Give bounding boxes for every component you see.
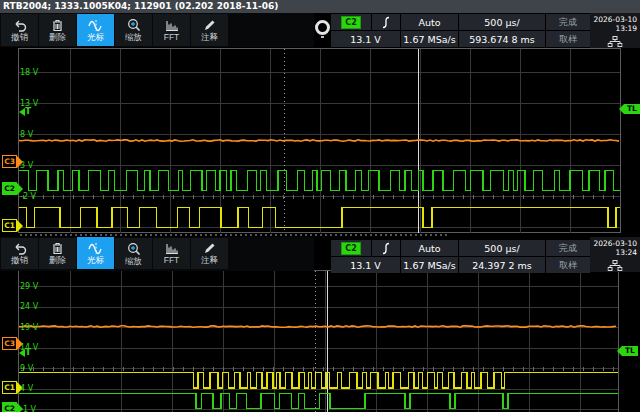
button-label: 注释 [201,256,218,265]
horizontal-position-cell[interactable]: 593.674 8 ms [459,31,545,47]
button-label: 撤销 [11,256,28,265]
datetime-panel: 2026-03-10 13:19 [590,13,640,48]
button-label: 注释 [201,33,218,42]
voltage-label: 13 V [20,100,38,108]
network-icon [608,260,623,271]
cursor-button[interactable]: 光标 [77,14,114,46]
knob-icon[interactable] [315,20,330,35]
button-label: 撤销 [11,33,28,42]
undo-button[interactable]: 撤销 [1,14,38,46]
trigger-level-tag[interactable]: TL [622,346,638,356]
voltage-label: 14 V [20,344,38,352]
trigger-level-cell[interactable]: 13.1 V [331,31,400,47]
voltage-label: 8 V [20,131,33,139]
fft-spectrum-icon [165,242,179,255]
pencil-icon [203,19,216,32]
voltage-label: 19 V [20,324,38,332]
trigger-level-cell[interactable]: 13.1 V [331,257,400,273]
trigger-mode-cell[interactable]: Auto [401,14,458,30]
button-label: 光标 [87,256,104,265]
horizontal-position-cell[interactable]: 24.397 2 ms [459,257,545,273]
delete-button[interactable]: 删除 [39,14,76,46]
channel-tag-c2[interactable]: C2 [2,402,17,412]
zoom-plus-icon [127,18,141,32]
channel-tag-label: C1 [4,220,15,231]
voltage-label: -1 V [20,406,36,412]
trigger-slope-cell[interactable] [372,14,400,30]
channel-tag-label: C3 [4,156,15,167]
scope2-graticule [19,271,619,412]
sample-rate-cell: 1.67 MSa/s [401,31,458,47]
trigger-slope-cell[interactable] [372,240,400,256]
undo-icon [13,19,27,32]
sample-rate-cell: 1.67 MSa/s [401,257,458,273]
trigger-level-marker[interactable]: T [19,107,31,116]
channel-tag-c1[interactable]: C1 [2,381,17,394]
waveform-canvas [0,0,640,412]
trigger-source-cell[interactable]: C2 [331,240,371,256]
cursor-waveform-icon [88,19,104,32]
channel-tag-c3[interactable]: C3 [2,155,17,168]
acq-status-cell: 完成 [546,14,590,30]
date-label: 2026-03-10 [590,15,637,24]
channel-tag-label: C1 [4,382,15,393]
cursor-button[interactable]: 光标 [77,237,114,269]
voltage-label: 29 V [20,283,38,291]
button-label: 缩放 [125,33,142,42]
time-label: 13:19 [590,24,637,33]
voltage-label: 24 V [20,303,38,311]
window-title: RTB2004; 1333.1005K04; 112901 (02.202 20… [3,1,278,11]
screen: RTB2004; 1333.1005K04; 112901 (02.202 20… [0,0,640,412]
trigger-mode-cell[interactable]: Auto [401,240,458,256]
fft-button[interactable]: FFT [153,238,190,269]
channel-tag-label: C2 [4,183,15,194]
button-label: 删除 [49,33,66,42]
timebase-cell[interactable]: 500 μs/ [459,14,545,30]
undo-icon [13,242,27,255]
trigger-info-panel: C2 Auto 500 μs/ 完成 13.1 V 1.67 MSa/s 593… [331,14,590,47]
title-bar: RTB2004; 1333.1005K04; 112901 (02.202 20… [0,0,640,13]
trigger-info-panel: C2 Auto 500 μs/ 完成 13.1 V 1.67 MSa/s 24.… [331,240,590,273]
button-label: FFT [164,33,180,42]
voltage-label: 18 V [20,69,38,77]
button-label: 删除 [49,256,66,265]
pencil-icon [203,242,216,255]
trigger-source-badge: C2 [341,242,360,255]
zoom-button[interactable]: 缩放 [115,238,152,269]
rising-slope-icon [380,242,392,255]
trigger-source-badge: C2 [341,16,360,29]
time-label: 13:24 [590,248,637,257]
network-icon [608,36,623,47]
channel-tag-label: C3 [4,338,15,349]
annotate-button[interactable]: 注释 [191,14,228,46]
delete-button[interactable]: 删除 [39,238,76,269]
voltage-label: 4 V [20,385,33,393]
button-label: FFT [164,256,180,265]
date-label: 2026-03-10 [590,239,637,248]
channel-tag-c3[interactable]: C3 [2,337,17,350]
channel-tag-c2[interactable]: C2 [2,182,17,195]
run-state-cell: 取样 [546,257,590,273]
channel-tag-label: C2 [4,403,15,412]
zoom-button[interactable]: 缩放 [115,14,152,46]
cursor-waveform-icon [88,242,104,255]
acq-status-cell: 完成 [546,240,590,256]
trigger-source-cell[interactable]: C2 [331,14,371,30]
fft-button[interactable]: FFT [153,14,190,46]
zoom-plus-icon [127,242,141,256]
voltage-label: 3 V [20,162,33,170]
run-state-cell: 取样 [546,31,590,47]
cropped-status-strip [20,234,450,236]
trash-icon [51,19,64,32]
undo-button[interactable]: 撤销 [1,238,38,269]
annotate-button[interactable]: 注释 [191,238,228,269]
voltage-label: 9 V [20,365,33,373]
channel-tag-c1[interactable]: C1 [2,219,17,232]
trash-icon [51,242,64,255]
datetime-panel: 2026-03-10 13:24 [590,237,640,272]
button-label: 缩放 [125,257,142,266]
timebase-cell[interactable]: 500 μs/ [459,240,545,256]
rising-slope-icon [380,16,392,29]
trigger-level-tag[interactable]: TL [624,104,640,114]
fft-spectrum-icon [165,19,179,32]
